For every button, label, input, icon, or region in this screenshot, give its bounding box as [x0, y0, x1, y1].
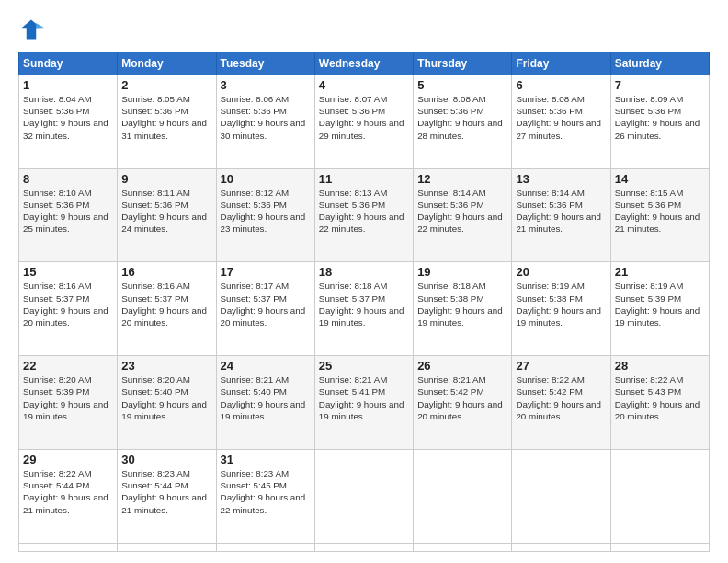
calendar-cell	[314, 449, 413, 543]
day-info: Sunrise: 8:06 AMSunset: 5:36 PMDaylight:…	[221, 94, 306, 141]
calendar-cell: 9 Sunrise: 8:11 AMSunset: 5:36 PMDayligh…	[118, 168, 216, 262]
calendar-cell: 29 Sunrise: 8:22 AMSunset: 5:44 PMDaylig…	[19, 449, 118, 543]
calendar-week-row: 1 Sunrise: 8:04 AMSunset: 5:36 PMDayligh…	[19, 75, 710, 169]
calendar-cell: 5 Sunrise: 8:08 AMSunset: 5:36 PMDayligh…	[414, 75, 512, 169]
day-info: Sunrise: 8:13 AMSunset: 5:36 PMDaylight:…	[319, 188, 404, 235]
day-number: 28	[615, 359, 705, 373]
page: SundayMondayTuesdayWednesdayThursdayFrid…	[0, 0, 728, 563]
day-info: Sunrise: 8:12 AMSunset: 5:36 PMDaylight:…	[221, 188, 306, 235]
calendar-week-row: 8 Sunrise: 8:10 AMSunset: 5:36 PMDayligh…	[19, 168, 710, 262]
calendar-cell: 15 Sunrise: 8:16 AMSunset: 5:37 PMDaylig…	[19, 262, 118, 356]
day-number: 17	[221, 265, 311, 279]
day-info: Sunrise: 8:16 AMSunset: 5:37 PMDaylight:…	[121, 281, 207, 327]
calendar-week-row	[19, 543, 710, 551]
calendar-cell	[19, 543, 118, 551]
day-info: Sunrise: 8:14 AMSunset: 5:36 PMDaylight:…	[516, 188, 601, 235]
calendar-cell: 12 Sunrise: 8:14 AMSunset: 5:36 PMDaylig…	[414, 168, 512, 262]
weekday-header-thursday: Thursday	[414, 52, 512, 75]
day-info: Sunrise: 8:09 AMSunset: 5:36 PMDaylight:…	[615, 94, 700, 141]
day-number: 30	[121, 453, 211, 466]
weekday-header-monday: Monday	[118, 52, 216, 75]
day-info: Sunrise: 8:18 AMSunset: 5:38 PMDaylight:…	[417, 281, 503, 327]
day-number: 21	[615, 265, 705, 279]
calendar-cell	[216, 543, 314, 551]
calendar-cell	[314, 543, 413, 551]
day-info: Sunrise: 8:05 AMSunset: 5:36 PMDaylight:…	[121, 94, 207, 141]
day-info: Sunrise: 8:14 AMSunset: 5:36 PMDaylight:…	[417, 188, 503, 235]
weekday-header-wednesday: Wednesday	[314, 52, 413, 75]
day-info: Sunrise: 8:19 AMSunset: 5:39 PMDaylight:…	[615, 281, 700, 327]
day-number: 2	[121, 78, 211, 92]
weekday-header-saturday: Saturday	[610, 52, 709, 75]
calendar-cell: 8 Sunrise: 8:10 AMSunset: 5:36 PMDayligh…	[19, 168, 118, 262]
weekday-header-sunday: Sunday	[19, 52, 118, 75]
calendar-cell	[610, 543, 709, 551]
calendar-cell	[610, 449, 709, 543]
day-number: 20	[516, 265, 606, 279]
calendar-cell: 18 Sunrise: 8:18 AMSunset: 5:37 PMDaylig…	[314, 262, 413, 356]
header	[18, 17, 710, 42]
day-number: 4	[319, 78, 409, 92]
day-info: Sunrise: 8:08 AMSunset: 5:36 PMDaylight:…	[417, 94, 503, 141]
calendar-cell: 10 Sunrise: 8:12 AMSunset: 5:36 PMDaylig…	[216, 168, 314, 262]
day-number: 11	[319, 172, 409, 186]
day-number: 1	[23, 78, 113, 92]
calendar-cell: 25 Sunrise: 8:21 AMSunset: 5:41 PMDaylig…	[314, 356, 413, 450]
day-number: 10	[221, 172, 311, 186]
day-number: 27	[516, 359, 606, 373]
weekday-header-row: SundayMondayTuesdayWednesdayThursdayFrid…	[19, 52, 710, 75]
calendar-cell: 26 Sunrise: 8:21 AMSunset: 5:42 PMDaylig…	[414, 356, 512, 450]
day-number: 9	[121, 172, 211, 186]
calendar-cell	[414, 449, 512, 543]
calendar-cell: 3 Sunrise: 8:06 AMSunset: 5:36 PMDayligh…	[216, 75, 314, 169]
logo	[18, 17, 48, 42]
weekday-header-friday: Friday	[512, 52, 610, 75]
calendar-cell	[512, 543, 610, 551]
calendar-cell: 23 Sunrise: 8:20 AMSunset: 5:40 PMDaylig…	[118, 356, 216, 450]
day-number: 19	[417, 265, 507, 279]
day-info: Sunrise: 8:22 AMSunset: 5:44 PMDaylight:…	[23, 468, 108, 515]
day-number: 26	[417, 359, 507, 373]
calendar-cell: 16 Sunrise: 8:16 AMSunset: 5:37 PMDaylig…	[118, 262, 216, 356]
calendar-cell: 6 Sunrise: 8:08 AMSunset: 5:36 PMDayligh…	[512, 75, 610, 169]
calendar-cell: 1 Sunrise: 8:04 AMSunset: 5:36 PMDayligh…	[19, 75, 118, 169]
calendar-cell: 24 Sunrise: 8:21 AMSunset: 5:40 PMDaylig…	[216, 356, 314, 450]
calendar-cell: 30 Sunrise: 8:23 AMSunset: 5:44 PMDaylig…	[118, 449, 216, 543]
day-number: 8	[23, 172, 113, 186]
calendar-cell: 2 Sunrise: 8:05 AMSunset: 5:36 PMDayligh…	[118, 75, 216, 169]
day-info: Sunrise: 8:15 AMSunset: 5:36 PMDaylight:…	[615, 188, 700, 235]
day-info: Sunrise: 8:21 AMSunset: 5:40 PMDaylight:…	[221, 374, 306, 421]
day-number: 13	[516, 172, 606, 186]
calendar-cell: 31 Sunrise: 8:23 AMSunset: 5:45 PMDaylig…	[216, 449, 314, 543]
calendar-cell	[512, 449, 610, 543]
calendar-cell: 22 Sunrise: 8:20 AMSunset: 5:39 PMDaylig…	[19, 356, 118, 450]
day-info: Sunrise: 8:22 AMSunset: 5:43 PMDaylight:…	[615, 374, 700, 421]
calendar-cell: 19 Sunrise: 8:18 AMSunset: 5:38 PMDaylig…	[414, 262, 512, 356]
day-number: 3	[221, 78, 311, 92]
day-info: Sunrise: 8:16 AMSunset: 5:37 PMDaylight:…	[23, 281, 108, 327]
calendar-cell: 20 Sunrise: 8:19 AMSunset: 5:38 PMDaylig…	[512, 262, 610, 356]
day-number: 18	[319, 265, 409, 279]
day-info: Sunrise: 8:23 AMSunset: 5:44 PMDaylight:…	[121, 468, 207, 515]
day-info: Sunrise: 8:10 AMSunset: 5:36 PMDaylight:…	[23, 188, 108, 235]
day-number: 5	[417, 78, 507, 92]
day-number: 16	[121, 265, 211, 279]
svg-marker-0	[22, 20, 41, 40]
calendar-cell: 4 Sunrise: 8:07 AMSunset: 5:36 PMDayligh…	[314, 75, 413, 169]
calendar-week-row: 29 Sunrise: 8:22 AMSunset: 5:44 PMDaylig…	[19, 449, 710, 543]
calendar-cell: 13 Sunrise: 8:14 AMSunset: 5:36 PMDaylig…	[512, 168, 610, 262]
day-info: Sunrise: 8:20 AMSunset: 5:39 PMDaylight:…	[23, 374, 108, 421]
day-info: Sunrise: 8:19 AMSunset: 5:38 PMDaylight:…	[516, 281, 601, 327]
logo-icon	[18, 17, 44, 42]
day-number: 12	[417, 172, 507, 186]
calendar-cell: 14 Sunrise: 8:15 AMSunset: 5:36 PMDaylig…	[610, 168, 709, 262]
calendar-week-row: 15 Sunrise: 8:16 AMSunset: 5:37 PMDaylig…	[19, 262, 710, 356]
day-number: 22	[23, 359, 113, 373]
calendar-cell: 7 Sunrise: 8:09 AMSunset: 5:36 PMDayligh…	[610, 75, 709, 169]
calendar-cell: 11 Sunrise: 8:13 AMSunset: 5:36 PMDaylig…	[314, 168, 413, 262]
day-info: Sunrise: 8:07 AMSunset: 5:36 PMDaylight:…	[319, 94, 404, 141]
day-number: 7	[615, 78, 705, 92]
day-number: 29	[23, 453, 113, 466]
day-number: 25	[319, 359, 409, 373]
day-number: 15	[23, 265, 113, 279]
